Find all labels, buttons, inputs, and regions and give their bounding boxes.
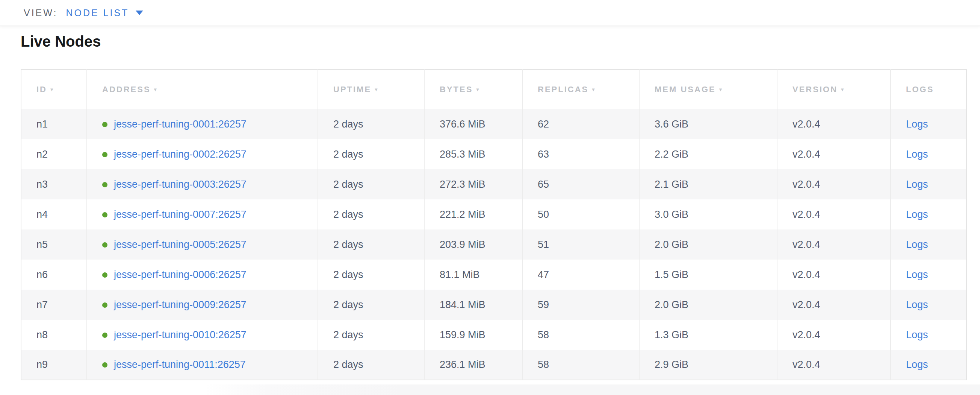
node-id-cell: n5 [21,229,87,259]
node-id-cell: n8 [21,320,87,350]
node-status-dot-icon [102,152,107,157]
node-logs-cell: Logs [891,289,966,320]
node-address-link[interactable]: jesse-perf-tuning-0009:26257 [114,299,247,310]
node-bytes-cell: 272.3 MiB [424,169,522,199]
node-status-dot-icon [102,272,107,278]
node-mem-usage-cell: 1.5 GiB [639,259,777,289]
node-id-cell: n3 [21,169,87,199]
sort-caret-icon: ▾ [375,86,379,93]
node-status-dot-icon [102,333,107,338]
node-status-dot-icon [102,362,107,368]
chevron-down-icon [136,11,143,15]
sort-caret-icon: ▾ [592,86,596,93]
node-version-cell: v2.0.4 [777,109,891,139]
node-version-cell: v2.0.4 [777,199,891,229]
node-bytes-cell: 285.3 MiB [424,139,522,169]
logs-link[interactable]: Logs [906,359,928,370]
node-id-cell: n6 [21,259,87,289]
column-header-label: ID [37,85,47,94]
node-address-link[interactable]: jesse-perf-tuning-0007:26257 [114,209,247,220]
view-label: VIEW: [24,8,57,18]
table-row: n6jesse-perf-tuning-0006:262572 days81.1… [21,259,966,289]
logs-link[interactable]: Logs [906,149,928,160]
node-mem-usage-cell: 2.0 GiB [639,229,777,259]
table-row: n7jesse-perf-tuning-0009:262572 days184.… [21,289,966,320]
node-status-dot-icon [102,242,107,248]
logs-link[interactable]: Logs [906,269,928,280]
node-address-link[interactable]: jesse-perf-tuning-0003:26257 [114,179,247,190]
logs-link[interactable]: Logs [906,239,928,250]
node-uptime-cell: 2 days [318,199,424,229]
node-version-cell: v2.0.4 [777,169,891,199]
column-header-uptime[interactable]: UPTIME▾ [318,70,424,109]
below-section-shadow [205,384,980,395]
node-version-cell: v2.0.4 [777,259,891,289]
logs-link[interactable]: Logs [906,118,928,130]
column-header-label: MEM USAGE [655,85,716,94]
column-header-version[interactable]: VERSION▾ [777,70,891,109]
node-version-cell: v2.0.4 [777,320,891,350]
node-address-link[interactable]: jesse-perf-tuning-0006:26257 [114,269,247,280]
node-uptime-cell: 2 days [318,320,424,350]
node-replicas-cell: 51 [522,229,639,259]
table-row: n1jesse-perf-tuning-0001:262572 days376.… [21,109,966,139]
node-address-cell: jesse-perf-tuning-0010:26257 [87,320,318,350]
node-uptime-cell: 2 days [318,350,424,380]
node-address-link[interactable]: jesse-perf-tuning-0010:26257 [114,329,247,341]
node-replicas-cell: 58 [522,350,639,380]
node-bytes-cell: 376.6 MiB [424,109,522,139]
column-header-replicas[interactable]: REPLICAS▾ [522,70,639,109]
node-address-cell: jesse-perf-tuning-0001:26257 [87,109,318,139]
column-header-bytes[interactable]: BYTES▾ [424,70,522,109]
view-selector-dropdown[interactable]: NODE LIST [66,8,143,18]
node-status-dot-icon [102,182,107,187]
node-address-cell: jesse-perf-tuning-0006:26257 [87,259,318,289]
node-id-cell: n7 [21,289,87,320]
column-header-mem_usage[interactable]: MEM USAGE▾ [639,70,777,109]
node-address-cell: jesse-perf-tuning-0003:26257 [87,169,318,199]
node-replicas-cell: 47 [522,259,639,289]
node-address-cell: jesse-perf-tuning-0011:26257 [87,350,318,380]
column-header-label: BYTES [440,85,473,94]
logs-link[interactable]: Logs [906,179,928,190]
node-uptime-cell: 2 days [318,229,424,259]
logs-link[interactable]: Logs [906,299,928,310]
sort-caret-icon: ▾ [841,86,845,93]
node-bytes-cell: 203.9 MiB [424,229,522,259]
node-address-cell: jesse-perf-tuning-0009:26257 [87,289,318,320]
node-address-link[interactable]: jesse-perf-tuning-0002:26257 [114,149,247,160]
table-row: n5jesse-perf-tuning-0005:262572 days203.… [21,229,966,259]
node-mem-usage-cell: 2.2 GiB [639,139,777,169]
column-header-label: VERSION [792,85,838,94]
column-header-id[interactable]: ID▾ [21,70,87,109]
table-row: n3jesse-perf-tuning-0003:262572 days272.… [21,169,966,199]
logs-link[interactable]: Logs [906,329,928,341]
column-header-label: ADDRESS [102,85,151,94]
node-logs-cell: Logs [891,229,966,259]
main-content: Live Nodes ID▾ADDRESS▾UPTIME▾BYTES▾REPLI… [0,26,980,380]
node-replicas-cell: 58 [522,320,639,350]
logs-link[interactable]: Logs [906,209,928,220]
node-status-dot-icon [102,302,107,308]
sort-caret-icon: ▾ [476,86,480,93]
node-logs-cell: Logs [891,199,966,229]
node-address-link[interactable]: jesse-perf-tuning-0005:26257 [114,239,247,250]
node-bytes-cell: 236.1 MiB [424,350,522,380]
node-uptime-cell: 2 days [318,139,424,169]
column-header-label: UPTIME [333,85,371,94]
table-header-row: ID▾ADDRESS▾UPTIME▾BYTES▾REPLICAS▾MEM USA… [21,70,966,109]
node-mem-usage-cell: 2.9 GiB [639,350,777,380]
node-address-cell: jesse-perf-tuning-0005:26257 [87,229,318,259]
column-header-logs: LOGS [891,70,966,109]
node-replicas-cell: 62 [522,109,639,139]
node-id-cell: n1 [21,109,87,139]
node-mem-usage-cell: 3.6 GiB [639,109,777,139]
node-address-link[interactable]: jesse-perf-tuning-0001:26257 [114,118,247,130]
node-logs-cell: Logs [891,169,966,199]
node-address-link[interactable]: jesse-perf-tuning-0011:26257 [114,359,246,370]
column-header-label: LOGS [906,85,934,94]
sort-caret-icon: ▾ [50,86,54,93]
live-nodes-table: ID▾ADDRESS▾UPTIME▾BYTES▾REPLICAS▾MEM USA… [21,69,967,380]
node-version-cell: v2.0.4 [777,350,891,380]
column-header-address[interactable]: ADDRESS▾ [87,70,318,109]
